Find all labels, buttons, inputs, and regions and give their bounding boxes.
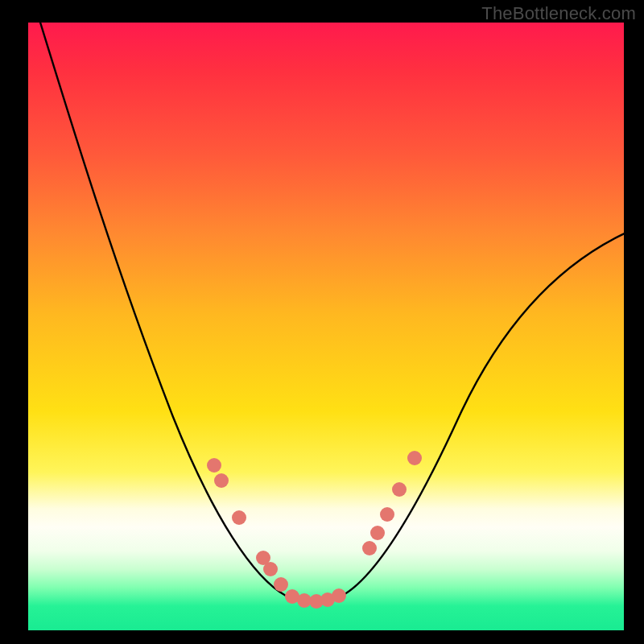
data-point <box>332 588 346 603</box>
data-point <box>370 526 385 540</box>
watermark-text: TheBottleneck.com <box>481 3 636 24</box>
data-point <box>380 507 394 522</box>
data-point <box>214 473 229 488</box>
data-point <box>362 541 377 555</box>
data-point <box>263 562 278 576</box>
bottleneck-curve <box>28 23 624 630</box>
chart-frame: TheBottleneck.com <box>0 0 644 644</box>
chart-plot-area <box>28 23 624 630</box>
data-point <box>407 451 422 465</box>
data-point <box>207 458 221 473</box>
data-point <box>392 482 407 497</box>
data-point <box>274 577 288 592</box>
data-point <box>232 510 246 525</box>
